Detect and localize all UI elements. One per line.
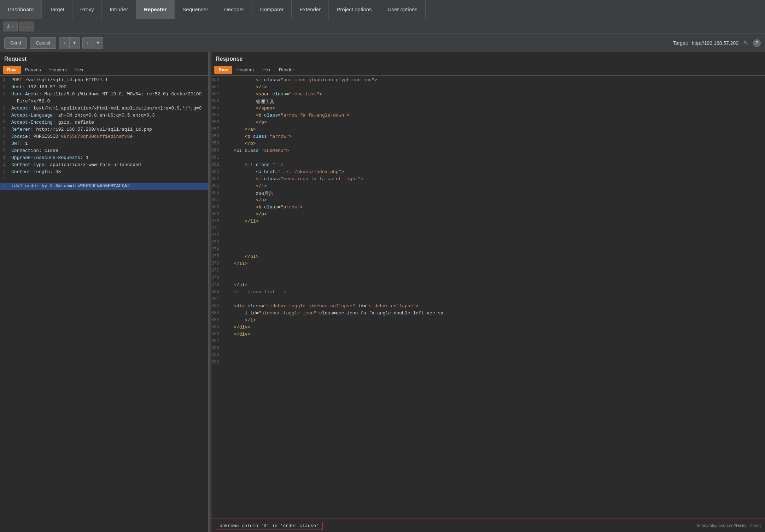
request-line: 3User-Agent: Mozilla/5.0 (Windows NT 10.… — [0, 91, 208, 98]
line-number — [0, 99, 8, 105]
line-content: Accept-Language: zh-CN,zh;q=0.8,en-US;q=… — [8, 113, 208, 119]
response-line: 861 — [211, 155, 765, 162]
help-button[interactable]: ? — [753, 39, 761, 47]
send-button[interactable]: Send — [4, 37, 27, 49]
next-dropdown[interactable]: ▼ — [93, 37, 103, 49]
line-content: </a> — [220, 127, 765, 133]
nav-extender[interactable]: Extender — [292, 0, 329, 19]
line-content: </b> — [220, 212, 765, 218]
line-content: </i> — [220, 84, 765, 91]
request-line: 3Content-Length: 43 — [0, 169, 208, 176]
response-line: 883 i id="sidebar-toggle-icon" class=ace… — [211, 310, 765, 317]
line-number: 881 — [211, 296, 220, 303]
line-number: 0 — [0, 148, 8, 154]
request-tab-headers[interactable]: Headers — [45, 66, 71, 74]
nav-user-options[interactable]: User options — [380, 0, 426, 19]
line-content: Connection: close — [8, 148, 208, 154]
line-number: 883 — [211, 311, 220, 317]
request-line: 9DNT: 1 — [0, 141, 208, 148]
line-number: 854 — [211, 106, 220, 112]
line-content: <b class="arrow"> — [220, 205, 765, 211]
nav-comparer[interactable]: Comparer — [252, 0, 292, 19]
nav-project-options[interactable]: Project options — [329, 0, 380, 19]
line-number: 889 — [211, 353, 220, 359]
nav-intruder[interactable]: Intruder — [102, 0, 136, 19]
next-button[interactable]: › — [83, 37, 93, 49]
line-number: 853 — [211, 99, 220, 105]
line-number: 857 — [211, 127, 220, 133]
close-tab-icon[interactable]: ✕ — [12, 24, 14, 29]
line-number: 2 — [0, 84, 8, 91]
line-content: </li> — [220, 219, 765, 225]
panel-drag-handle[interactable] — [209, 52, 211, 532]
target-url: http://192.168.57.200 — [692, 40, 738, 46]
request-line: 5Accept-Language: zh-CN,zh;q=0.8,en-US;q… — [0, 112, 208, 119]
repeater-tab-1[interactable]: 1 ✕ — [3, 22, 18, 31]
line-content: id=1 order by 3 #&submit=%E6%9F%A5%E8%AF… — [8, 183, 208, 190]
line-content: 管理工具 — [220, 99, 765, 105]
line-number: 1 — [0, 77, 8, 84]
response-line: 860 <ul class="submenu"> — [211, 148, 765, 155]
line-content: i id="sidebar-toggle-icon" class=ace-ico… — [220, 311, 765, 317]
line-content: <div class="sidebar-toggle sidebar-colla… — [220, 303, 765, 310]
line-number: 882 — [211, 303, 220, 310]
line-number: 885 — [211, 325, 220, 331]
nav-decoder[interactable]: Decoder — [216, 0, 252, 19]
line-content: Firefox/52.0 — [8, 99, 208, 105]
line-content — [220, 226, 765, 232]
response-line: 878 — [211, 275, 765, 282]
request-line: 2Content-Type: application/x-www-form-ur… — [0, 162, 208, 169]
edit-target-button[interactable]: ✎ — [742, 38, 749, 48]
nav-sequencer[interactable]: Sequencer — [175, 0, 216, 19]
nav-proxy[interactable]: Proxy — [72, 0, 102, 19]
line-number: 878 — [211, 275, 220, 282]
response-tab-headers[interactable]: Headers — [232, 66, 258, 74]
line-number: 3 — [0, 169, 8, 176]
main-split: Request Raw Params Headers Hex 1POST /vu… — [0, 52, 765, 532]
response-line: 866 XSS后台 — [211, 190, 765, 197]
line-number: 7 — [0, 127, 8, 133]
response-line: 873 — [211, 240, 765, 247]
response-line: 872 — [211, 232, 765, 240]
line-number: 890 — [211, 360, 220, 366]
tab-add-button[interactable]: ... — [19, 22, 34, 31]
line-content — [220, 360, 765, 366]
line-content — [220, 240, 765, 246]
line-content: User-Agent: Mozilla/5.0 (Windows NT 10.0… — [8, 91, 208, 98]
request-code-area[interactable]: 1POST /vul/sqli/sqli_id.php HTTP/1.12Hos… — [0, 76, 208, 532]
line-content — [220, 247, 765, 253]
response-tab-render[interactable]: Render — [275, 66, 298, 74]
request-line: 8Cookie: PHPSESSID=k8r55q78qh30cuff1edih… — [0, 134, 208, 141]
prev-button[interactable]: ‹ — [59, 37, 69, 49]
line-content: <b class="arrow fa fa-angle-down"> — [220, 113, 765, 119]
response-line: 887 — [211, 338, 765, 345]
request-tab-hex[interactable]: Hex — [71, 66, 88, 74]
request-tab-params[interactable]: Params — [21, 66, 45, 74]
line-content — [220, 353, 765, 359]
response-line: 864 <i class="menu-icon fa fa-caret-righ… — [211, 176, 765, 183]
response-line: 868 <b class="arrow"> — [211, 204, 765, 211]
response-line: 886 </div> — [211, 331, 765, 338]
request-tab-raw[interactable]: Raw — [3, 66, 21, 74]
response-tab-hex[interactable]: Hex — [258, 66, 275, 74]
prev-dropdown[interactable]: ▼ — [69, 37, 80, 49]
line-content: </b> — [220, 141, 765, 147]
response-tabs: Raw Headers Hex Render — [211, 64, 765, 76]
response-line: 858 <b class="arrow"> — [211, 134, 765, 141]
nav-dashboard[interactable]: Dashboard — [0, 0, 42, 19]
line-number: 877 — [211, 268, 220, 274]
response-line: 870 </li> — [211, 218, 765, 225]
request-tabs: Raw Params Headers Hex — [0, 64, 208, 76]
line-content: <li class="" > — [220, 162, 765, 169]
cancel-button[interactable]: Cancel — [30, 37, 56, 49]
response-tab-raw[interactable]: Raw — [214, 66, 232, 74]
response-line: 879 </ul> — [211, 282, 765, 289]
nav-target[interactable]: Target — [42, 0, 72, 19]
response-code-area[interactable]: 850 <i class="ace-icon glyphicon glyphic… — [211, 76, 765, 519]
nav-repeater[interactable]: Repeater — [136, 0, 175, 19]
line-content: <i class="ace-icon glyphicon glyphicon-c… — [220, 77, 765, 84]
line-number: 860 — [211, 148, 220, 154]
line-content: Upgrade-Insecure-Requests: 1 — [8, 155, 208, 161]
target-prefix: Target: — [673, 40, 688, 46]
line-content: </i> — [220, 318, 765, 324]
